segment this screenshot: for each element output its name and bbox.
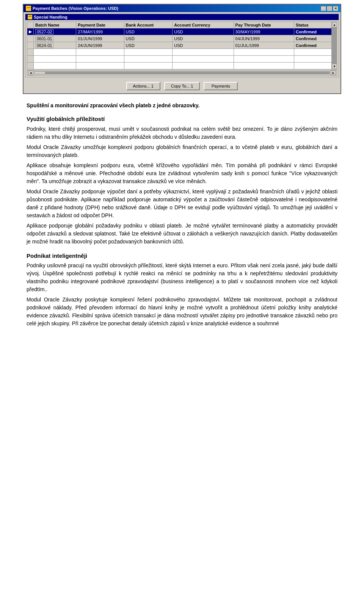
row-indicator [27,42,34,49]
main-window: 💳 Payment Batches (Vision Operations: US… [23,4,341,94]
special-handling-panel: 💳 Special Handling Batch Name Payment Da… [25,14,339,77]
actions-button[interactable]: Actions... 1 [126,82,160,90]
cell-payment-date: 27/MAY/1999 [76,28,124,35]
table-row[interactable]: ▶0527-0227/MAY/1999USDUSD30/MAY/1999Conf… [27,28,332,35]
intro-text: Spuštění a monitorování zpracování všech… [27,102,199,108]
cell-batch-name [34,49,76,56]
scroll-track [332,27,337,64]
cell-pay-through-date [234,49,294,56]
horizontal-scrollbar[interactable]: ◄ ► [27,70,337,75]
cell-status: Confirmed [294,28,332,35]
cell-account-currency [173,56,234,63]
section2-content: Podniky usilovně pracují na využití obro… [27,262,337,328]
cell-account-currency: USD [173,42,234,49]
table-header: Batch Name Payment Date Bank Account Acc… [27,22,332,28]
cell-status: Confirmed [294,35,332,42]
row-indicator [27,35,34,42]
col-status: Status [294,22,332,28]
table-wrapper: Batch Name Payment Date Bank Account Acc… [27,22,337,69]
cell-bank-account [124,56,173,63]
panel-icon: 💳 [28,15,32,19]
row-indicator [27,63,34,69]
scroll-right-button[interactable]: ► [331,71,336,75]
close-button[interactable]: ✕ [333,6,338,11]
row-indicator [27,49,34,56]
window-content: 💳 Special Handling Batch Name Payment Da… [24,12,340,93]
cell-pay-through-date: 30/MAY/1999 [234,28,294,35]
scroll-left-button[interactable]: ◄ [28,71,33,75]
cell-account-currency [173,49,234,56]
cell-pay-through-date: 01/JUL/1999 [234,42,294,49]
paragraph: Podniky usilovně pracují na využití obro… [27,262,337,293]
cell-payment-date: 24/JUN/1999 [76,42,124,49]
payments-button[interactable]: Payments [204,82,238,90]
h-scroll-track [34,71,330,74]
window-icon: 💳 [26,6,31,11]
cell-payment-date [76,56,124,63]
cell-payment-date [76,63,124,69]
scroll-down-button[interactable]: ▼ [332,64,337,69]
table-row[interactable] [27,49,332,56]
cell-pay-through-date [234,63,294,69]
paragraph: Modul Oracle Závazky poskytuje komplexní… [27,296,337,328]
panel-title-label: Special Handling [34,15,67,19]
window-title: Payment Batches (Vision Operations: USD) [33,6,118,11]
table-row[interactable] [27,63,332,69]
col-indicator [27,22,34,28]
cell-status [294,63,332,69]
cell-bank-account: USD [124,42,173,49]
cell-account-currency: USD [173,28,234,35]
cell-pay-through-date: 04/JUN/1999 [234,35,294,42]
cell-bank-account: USD [124,28,173,35]
row-indicator: ▶ [27,28,34,35]
col-batch-name: Batch Name [34,22,76,28]
table-row[interactable] [27,56,332,63]
button-bar: Actions... 1 Copy To... 1 Payments [25,80,339,92]
col-account-currency: Account Currency [173,22,234,28]
cell-pay-through-date [234,56,294,63]
paragraph: Aplikace obsahuje komplexní podporu eura… [27,162,337,185]
body-text-area: Spuštění a monitorování zpracování všech… [23,102,341,328]
h-scroll-thumb[interactable] [34,71,46,74]
cell-status: Confirmed [294,42,332,49]
cell-batch-name [34,63,76,69]
cell-account-currency [173,63,234,69]
row-indicator [27,56,34,63]
table-row[interactable]: 0601-0101/JUN/1999USDUSD04/JUN/1999Confi… [27,35,332,42]
intro-paragraph: Spuštění a monitorování zpracování všech… [27,102,337,110]
paragraph: Aplikace podporuje globální požadavky po… [27,222,337,246]
cell-batch-name: 0624-01 [34,42,76,49]
table-row[interactable]: 0624-0124/JUN/1999USDUSD01/JUL/1999Confi… [27,42,332,49]
scroll-up-button[interactable]: ▲ [332,22,337,27]
col-pay-through-date: Pay Through Date [234,22,294,28]
cell-status [294,49,332,56]
paragraph: Modul Oracle Závazky umožňuje komplexní … [27,143,337,159]
cell-batch-name: 0527-02 [34,28,76,35]
maximize-button[interactable]: □ [327,6,332,11]
cell-account-currency: USD [173,35,234,42]
cell-batch-name [34,56,76,63]
panel-content: Batch Name Payment Date Bank Account Acc… [25,20,339,77]
copy-to-button[interactable]: Copy To... 1 [164,82,200,90]
cell-bank-account [124,49,173,56]
batches-table: Batch Name Payment Date Bank Account Acc… [27,22,332,69]
section1-content: Podniky, které chtějí prosperovat, musí … [27,125,337,246]
table-body[interactable]: ▶0527-0227/MAY/1999USDUSD30/MAY/1999Conf… [27,28,332,69]
cell-bank-account [124,63,173,69]
cell-bank-account: USD [124,35,173,42]
paragraph: Modul Oracle Závazky podporuje výpočet d… [27,188,337,220]
col-payment-date: Payment Date [76,22,124,28]
title-bar: 💳 Payment Batches (Vision Operations: US… [24,5,340,12]
vertical-scrollbar[interactable]: ▲ ▼ [332,22,337,69]
title-bar-left: 💳 Payment Batches (Vision Operations: US… [26,6,118,11]
section1-heading: Využití globálních příležitostí [27,115,337,124]
panel-title-bar: 💳 Special Handling [25,14,339,20]
cell-payment-date: 01/JUN/1999 [76,35,124,42]
section2-heading: Podnikat inteligentněji [27,252,337,260]
cell-status [294,56,332,63]
cell-batch-name: 0601-01 [34,35,76,42]
col-bank-account: Bank Account [124,22,173,28]
title-controls: _ □ ✕ [321,6,338,11]
paragraph: Podniky, které chtějí prosperovat, musí … [27,125,337,141]
minimize-button[interactable]: _ [321,6,326,11]
